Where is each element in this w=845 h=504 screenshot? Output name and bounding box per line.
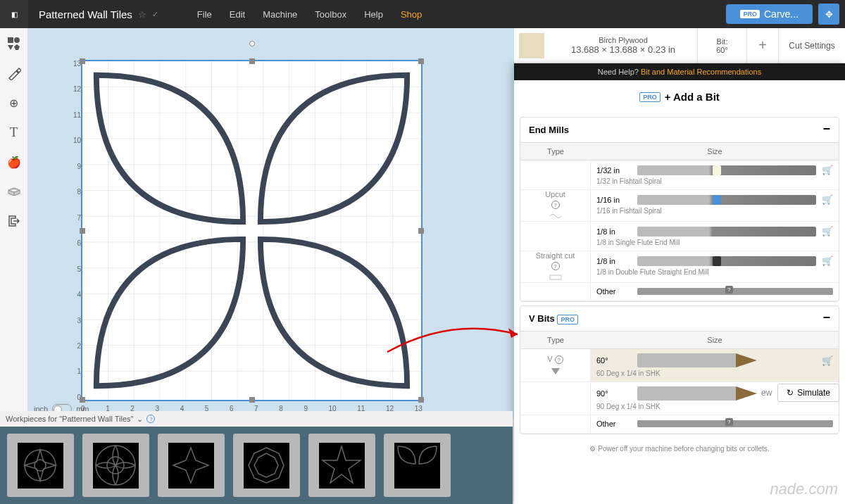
bit-option[interactable]: 1/16 in🛒 1/16 in Fishtail Spiral xyxy=(591,190,839,221)
bit-icon xyxy=(637,165,816,175)
svg-rect-43 xyxy=(244,443,289,489)
menu-machine[interactable]: Machine xyxy=(263,9,297,20)
help-icon[interactable]: ? xyxy=(146,415,155,423)
section-header[interactable]: V Bits PRO − xyxy=(520,306,839,331)
resize-handle[interactable] xyxy=(80,58,85,64)
upcut-icon xyxy=(549,211,563,221)
top-bar: ◧ Patterned Wall Tiles ☆ ✓ File Edit Mac… xyxy=(0,0,845,28)
help-link[interactable]: Bit and Material Recommendations xyxy=(641,68,761,76)
project-title: Patterned Wall Tiles xyxy=(39,8,132,20)
material-bar: Birch Plywood 13.688 × 13.688 × 0.23 in … xyxy=(514,28,845,63)
section-end-mills: End Mills − Type Size 1/32 in🛒 1/32 in F… xyxy=(520,117,839,302)
bit-option-other[interactable]: Other? xyxy=(591,415,839,433)
cart-icon[interactable]: 🛒 xyxy=(822,194,833,205)
carve-button[interactable]: PRO Carve... xyxy=(726,4,813,24)
text-tool-icon[interactable]: T xyxy=(6,124,23,141)
material-info[interactable]: Birch Plywood 13.688 × 13.688 × 0.23 in xyxy=(549,28,697,63)
thumbnail[interactable] xyxy=(308,434,375,497)
bit-cell[interactable]: Bit: 60° xyxy=(697,28,746,63)
bit-panel: Need Help? Bit and Material Recommendati… xyxy=(514,63,845,504)
main-menu: File Edit Machine Toolbox Help Shop xyxy=(197,9,422,20)
bit-option-other[interactable]: Other? xyxy=(591,283,839,301)
cart-icon[interactable]: 🛒 xyxy=(822,355,833,366)
cut-settings-button[interactable]: Cut Settings xyxy=(778,28,845,63)
favorite-star-icon[interactable]: ☆ xyxy=(138,9,146,20)
collapse-icon: − xyxy=(822,125,830,135)
power-note: ⚙ Power off your machine before changing… xyxy=(514,438,845,460)
resize-handle[interactable] xyxy=(249,397,255,403)
svg-rect-46 xyxy=(319,443,365,489)
workpieces-bar[interactable]: Workpieces for "Patterned Wall Tiles" ⌄ … xyxy=(0,411,513,427)
ruler-y: 012345678910111213 xyxy=(67,60,81,401)
straight-icon xyxy=(549,272,563,282)
thumbnail[interactable] xyxy=(82,434,149,497)
workpiece-thumbnails xyxy=(0,427,513,504)
bit-icon xyxy=(637,353,816,367)
collapse-icon: − xyxy=(822,313,830,324)
resize-handle[interactable] xyxy=(418,397,424,403)
design-canvas[interactable] xyxy=(81,60,423,401)
menu-shop[interactable]: Shop xyxy=(401,9,422,20)
help-icon[interactable]: ? xyxy=(551,201,560,209)
bit-option[interactable]: 1/8 in🛒 1/8 in Single Flute End Mill xyxy=(591,222,839,251)
pro-badge-icon: PRO xyxy=(557,315,578,325)
refresh-icon: ↻ xyxy=(787,388,794,398)
bit-icon: ? xyxy=(637,288,833,295)
pro-badge: PRO xyxy=(740,10,760,18)
bit-icon xyxy=(637,227,816,237)
cart-icon[interactable]: 🛒 xyxy=(822,226,833,237)
saved-check-icon: ✓ xyxy=(152,10,158,19)
resize-handle[interactable] xyxy=(80,397,85,403)
petal-shape[interactable] xyxy=(82,61,421,400)
resize-handle[interactable] xyxy=(418,58,424,64)
pen-tool-icon[interactable] xyxy=(6,65,23,82)
thumbnail[interactable] xyxy=(158,434,225,497)
simulate-button[interactable]: ↻ Simulate xyxy=(777,384,839,402)
thumbnail[interactable] xyxy=(7,434,74,497)
add-bit-row[interactable]: PRO + Add a Bit xyxy=(514,80,845,113)
section-header[interactable]: End Mills − xyxy=(520,118,839,142)
app-logo[interactable]: ◧ xyxy=(0,0,28,28)
svg-rect-0 xyxy=(8,37,13,43)
help-bar: Need Help? Bit and Material Recommendati… xyxy=(514,63,845,80)
svg-point-1 xyxy=(14,37,20,43)
material-swatch[interactable] xyxy=(519,33,544,58)
shapes-tool-icon[interactable] xyxy=(6,35,23,52)
cart-icon[interactable]: 🛒 xyxy=(822,165,833,175)
help-icon[interactable]: ? xyxy=(551,262,560,270)
svg-marker-3 xyxy=(14,44,20,50)
resize-handle[interactable] xyxy=(418,228,424,234)
menu-help[interactable]: Help xyxy=(364,9,383,20)
watermark: nade.com xyxy=(770,480,838,498)
thumbnail[interactable] xyxy=(384,434,451,497)
chevron-down-icon: ⌄ xyxy=(137,415,143,424)
v-bit-icon xyxy=(549,366,563,376)
help-icon[interactable]: ? xyxy=(555,355,563,364)
add-bit-button[interactable]: + xyxy=(746,28,778,63)
thumbnail[interactable] xyxy=(233,434,300,497)
menu-edit[interactable]: Edit xyxy=(230,9,245,20)
rotate-handle[interactable] xyxy=(249,41,255,46)
expand-button[interactable]: ✥ xyxy=(818,4,839,25)
svg-rect-48 xyxy=(394,443,440,489)
target-tool-icon[interactable]: ⊕ xyxy=(6,94,23,111)
import-tool-icon[interactable] xyxy=(6,213,23,229)
brick-tool-icon[interactable] xyxy=(6,183,23,200)
bit-icon: ? xyxy=(637,420,833,427)
bit-option[interactable]: 1/32 in🛒 1/32 in Fishtail Spiral xyxy=(591,160,839,189)
menu-file[interactable]: File xyxy=(197,9,212,20)
cart-icon[interactable]: 🛒 xyxy=(822,256,833,266)
bit-option-selected[interactable]: 60°🛒 60 Deg x 1/4 in SHK xyxy=(591,349,839,382)
svg-rect-34 xyxy=(550,275,561,279)
section-v-bits: V Bits PRO − Type Size V ? 60°🛒 60 Deg x… xyxy=(520,305,839,434)
bit-option[interactable]: 1/8 in🛒 1/8 in Double Flute Straight End… xyxy=(591,251,839,282)
bit-icon xyxy=(637,195,816,205)
svg-marker-2 xyxy=(8,45,13,50)
bit-icon xyxy=(637,256,816,266)
menu-toolbox[interactable]: Toolbox xyxy=(315,9,346,20)
apps-tool-icon[interactable]: 🍎 xyxy=(6,153,23,170)
pro-badge-icon: PRO xyxy=(639,92,661,102)
tool-sidebar: ⊕ T 🍎 xyxy=(0,28,28,420)
resize-handle[interactable] xyxy=(80,228,85,234)
resize-handle[interactable] xyxy=(249,58,255,64)
